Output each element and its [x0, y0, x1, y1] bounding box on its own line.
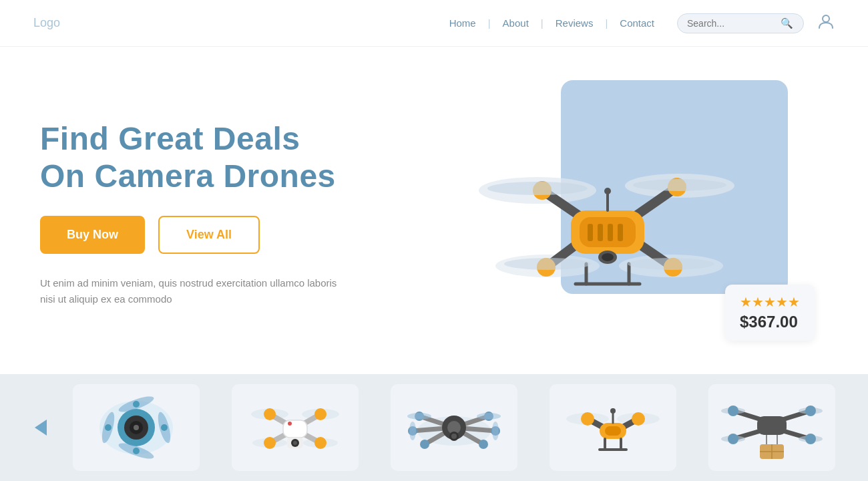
svg-point-72	[420, 440, 429, 449]
rating-price: $367.00	[740, 313, 800, 331]
svg-point-35	[134, 425, 139, 430]
svg-rect-107	[757, 416, 787, 435]
nav-sep-1: |	[488, 17, 491, 29]
drone-illustration	[467, 87, 748, 334]
svg-point-76	[409, 422, 416, 440]
hero-section: Find Great Deals On Camera Drones Buy No…	[0, 47, 868, 374]
svg-point-73	[479, 440, 488, 449]
svg-point-86	[581, 412, 594, 426]
svg-rect-56	[283, 420, 307, 438]
carousel-item-2[interactable]	[232, 384, 359, 471]
hero-buttons: Buy Now View All	[40, 216, 387, 254]
rating-card: ★★★★★ $367.00	[725, 285, 815, 341]
svg-point-94	[610, 408, 616, 414]
hero-title: Find Great Deals On Camera Drones	[40, 120, 387, 194]
svg-point-43	[161, 424, 168, 431]
svg-rect-16	[598, 224, 603, 241]
carousel-item-3[interactable]	[391, 384, 517, 471]
view-all-button[interactable]: View All	[158, 216, 260, 254]
svg-point-87	[632, 412, 645, 426]
nav-links: Home | About | Reviews | Contact	[443, 15, 661, 31]
svg-point-42	[105, 424, 112, 431]
carousel-item-1[interactable]	[73, 384, 200, 471]
svg-point-74	[407, 413, 431, 420]
svg-point-60	[288, 422, 292, 426]
carousel-prev-button[interactable]	[20, 408, 60, 448]
svg-point-104	[805, 406, 816, 416]
svg-point-106	[805, 434, 816, 444]
drone-carousel	[0, 374, 868, 481]
nav-home[interactable]: Home	[443, 15, 483, 31]
svg-point-81	[451, 434, 457, 439]
svg-rect-18	[618, 224, 623, 241]
svg-point-27	[633, 179, 726, 191]
svg-point-55	[314, 437, 327, 449]
buy-now-button[interactable]: Buy Now	[40, 216, 145, 254]
svg-rect-17	[608, 224, 613, 241]
svg-rect-89	[605, 426, 621, 436]
hero-visual: ★★★★★ $367.00	[387, 67, 828, 361]
navigation: Logo Home | About | Reviews | Contact 🔍	[0, 0, 868, 47]
nav-sep-2: |	[541, 17, 544, 29]
svg-marker-30	[35, 420, 47, 436]
carousel-item-5[interactable]	[708, 384, 835, 471]
search-input[interactable]	[687, 18, 781, 29]
svg-point-28	[504, 258, 591, 270]
svg-point-53	[314, 408, 327, 420]
svg-point-41	[133, 448, 140, 454]
rating-stars: ★★★★★	[740, 294, 800, 310]
svg-point-0	[823, 15, 829, 22]
svg-point-105	[728, 434, 738, 444]
carousel-items	[60, 384, 848, 471]
svg-point-29	[628, 258, 714, 270]
svg-point-22	[604, 188, 611, 194]
svg-rect-15	[588, 224, 593, 241]
drone-image	[467, 87, 748, 341]
nav-contact[interactable]: Contact	[613, 15, 661, 31]
carousel-item-4[interactable]	[550, 384, 676, 471]
svg-point-52	[264, 408, 276, 420]
hero-description: Ut enim ad minim veniam, quis nostrud ex…	[40, 275, 347, 307]
svg-point-54	[264, 437, 276, 449]
search-box: 🔍	[677, 13, 804, 33]
svg-point-103	[728, 406, 738, 416]
nav-about[interactable]: About	[496, 15, 535, 31]
svg-point-59	[293, 441, 297, 445]
svg-point-40	[133, 401, 140, 408]
user-icon[interactable]	[817, 13, 835, 34]
svg-point-77	[492, 422, 499, 440]
hero-title-line1: Find Great Deals	[40, 121, 300, 156]
svg-point-75	[477, 413, 501, 420]
nav-reviews[interactable]: Reviews	[549, 15, 600, 31]
svg-point-20	[602, 253, 614, 261]
logo: Logo	[33, 16, 60, 30]
search-icon[interactable]: 🔍	[781, 17, 793, 29]
hero-title-line2: On Camera Drones	[40, 158, 336, 194]
svg-point-26	[487, 182, 588, 195]
hero-content: Find Great Deals On Camera Drones Buy No…	[40, 120, 387, 307]
nav-sep-3: |	[605, 17, 608, 29]
